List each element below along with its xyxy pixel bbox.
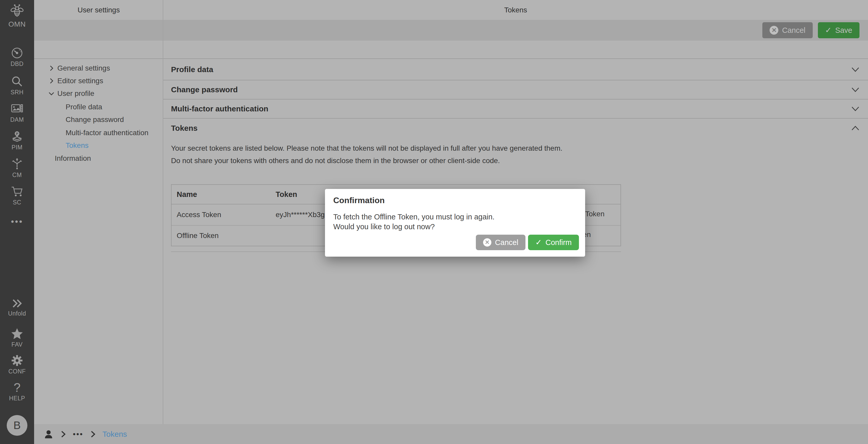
dialog-confirm-label: Confirm: [545, 238, 572, 247]
dialog-buttons: ✕ Cancel ✓ Confirm: [476, 235, 579, 250]
dialog-cancel-label: Cancel: [495, 238, 518, 247]
confirmation-dialog: Confirmation To fetch the Offline Token,…: [325, 189, 585, 257]
dialog-title: Confirmation: [333, 196, 579, 205]
dialog-body-line2: Would you like to log out now?: [333, 222, 579, 232]
dialog-confirm-button[interactable]: ✓ Confirm: [528, 235, 579, 250]
cancel-x-icon: ✕: [483, 238, 491, 246]
dialog-body-line1: To fetch the Offline Token, you must log…: [333, 212, 579, 222]
confirm-check-icon: ✓: [535, 239, 542, 246]
dialog-cancel-button[interactable]: ✕ Cancel: [476, 235, 525, 250]
app-root: OMN DBD SRH: [0, 0, 868, 444]
